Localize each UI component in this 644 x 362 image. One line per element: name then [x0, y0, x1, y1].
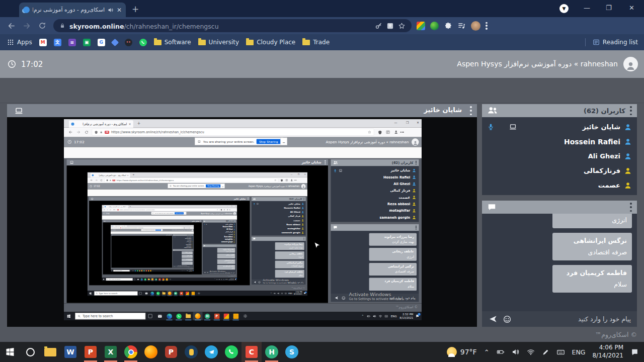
extension-colorgrid-icon[interactable] [417, 22, 425, 30]
bookmark-meet-icon[interactable]: ▣ [83, 39, 91, 46]
stop-sharing-button[interactable]: Stop Sharing [206, 185, 220, 188]
ff-forward-icon[interactable] [76, 130, 80, 134]
new-tab-button[interactable]: + [132, 4, 139, 14]
shared-emoji-icon[interactable] [207, 272, 208, 273]
shared-stage-menu-icon[interactable] [325, 160, 326, 164]
telegram-icon[interactable] [201, 342, 221, 362]
shared-office-icon[interactable] [184, 291, 190, 296]
shared-emoji-icon[interactable] [175, 266, 176, 267]
shared-settings-icon[interactable] [169, 278, 172, 281]
shared-explorer-icon[interactable] [147, 278, 150, 281]
shared-hysys-icon[interactable]: H [154, 278, 158, 281]
shared-explorer-icon[interactable] [184, 312, 193, 320]
bookmark-folder-trade[interactable]: Trade [302, 39, 330, 46]
shared-explorer-icon[interactable] [161, 291, 167, 296]
bookmark-forms-icon[interactable]: ≡ [68, 39, 76, 46]
ff-forward-icon[interactable] [107, 209, 108, 211]
shared-battery-icon[interactable] [216, 279, 218, 280]
shared-orange-app-icon[interactable] [231, 312, 240, 320]
ff-minimize-button[interactable]: — [290, 173, 292, 175]
header-avatar[interactable] [623, 57, 638, 71]
volume-icon[interactable] [512, 348, 520, 356]
shared-start-button[interactable] [111, 270, 113, 272]
chat-input[interactable]: پیام خود را وارد کنید [482, 311, 637, 327]
shared-hysys-icon[interactable]: H [203, 312, 212, 320]
shared-edge-icon[interactable] [149, 291, 155, 296]
language-indicator[interactable]: ENG [572, 348, 586, 356]
ff-extension-badge[interactable]: 2B [113, 179, 116, 181]
shared-taskview-button[interactable] [145, 312, 155, 320]
ff-reload-icon[interactable] [85, 130, 89, 134]
shared-start-button[interactable] [88, 291, 94, 296]
shared-chat-menu-icon[interactable] [193, 250, 193, 251]
weather-widget[interactable]: 97°F [447, 347, 477, 357]
explorer-icon[interactable] [40, 342, 60, 362]
user-row[interactable]: فرناز کمالی [331, 188, 419, 194]
shared-start-button[interactable] [64, 312, 73, 320]
ff-restore-button[interactable]: ❐ [406, 121, 409, 124]
shared-hysys-icon[interactable]: H [173, 291, 179, 296]
ff-tab-close-icon[interactable]: ✕ [127, 174, 129, 176]
shared-firefox-icon[interactable] [167, 291, 173, 296]
shared-notification-icon[interactable]: 2 [193, 270, 194, 272]
shared-settings-icon[interactable] [152, 270, 154, 272]
user-row[interactable]: شایان خائیز [331, 167, 419, 174]
bookmark-google-icon[interactable]: G [98, 39, 105, 46]
shared-battery-icon[interactable] [367, 314, 370, 318]
ff-library-icon[interactable] [386, 130, 390, 134]
user-row[interactable]: Ali Ghezi [252, 210, 306, 214]
ff-lock-icon[interactable] [109, 179, 111, 182]
user-row[interactable]: شایان خائیز [482, 120, 637, 134]
send-icon[interactable] [488, 314, 498, 324]
ff-reload-icon[interactable] [110, 209, 111, 211]
shared-volume2-icon[interactable] [223, 279, 224, 280]
browser-menu-icon[interactable] [486, 22, 488, 30]
shared-notification-icon[interactable]: 2 [303, 292, 306, 295]
shared-powerpoint-icon[interactable]: P [179, 291, 185, 296]
user-row[interactable]: Hossein Rafiei [252, 206, 306, 210]
tab-audio-icon[interactable] [108, 7, 114, 13]
shared-orange-app-icon[interactable] [190, 291, 196, 296]
shared-chat-menu-icon[interactable] [235, 245, 235, 247]
shared-clock[interactable]: 2:52 PM8/13/2021 [399, 313, 413, 319]
shared-search-box[interactable]: Type here to search [94, 291, 137, 295]
shared-notification-icon[interactable]: 2 [416, 314, 420, 318]
sharing-collapse-button[interactable]: ▁ [281, 138, 287, 145]
shared-tray-chevron-icon[interactable]: ⌃ [180, 270, 181, 272]
ff-shield2-icon[interactable] [281, 179, 283, 182]
shared-volume2-icon[interactable] [284, 292, 286, 294]
shared-users-menu-icon[interactable] [416, 161, 417, 165]
shared-mail-icon[interactable] [143, 291, 149, 296]
shared-language[interactable]: ENG [187, 270, 188, 271]
stage-menu-icon[interactable] [470, 106, 472, 115]
ff-address-bar[interactable]: 2B https://www.skyroom.online/ch/rahnesh… [105, 178, 278, 183]
shared-volume-icon[interactable] [373, 314, 376, 318]
ff-new-tab-button[interactable]: + [128, 225, 129, 226]
apps-shortcut[interactable]: Apps [7, 39, 32, 46]
shared-tray-chevron-icon[interactable]: ⌃ [214, 279, 215, 280]
ff-close-button[interactable]: ✕ [417, 121, 419, 124]
shared-chat-menu-icon[interactable] [303, 238, 304, 240]
word-icon[interactable]: W [60, 342, 80, 362]
tab-close-icon[interactable]: ✕ [117, 7, 122, 14]
tray-chevron-icon[interactable]: ⌃ [484, 348, 490, 356]
window-minimize-button[interactable]: — [584, 4, 590, 12]
stop-sharing-button[interactable]: Stop Sharing [155, 229, 161, 230]
ff-shield-icon[interactable] [113, 209, 114, 210]
shared-search-box[interactable]: Type here to search [113, 270, 130, 272]
bookmark-bot-icon[interactable]: •• [125, 39, 132, 46]
shared-emoji-icon[interactable] [342, 296, 346, 300]
ff-back-icon[interactable] [112, 227, 113, 228]
ff-tab-close-icon[interactable]: ✕ [129, 122, 131, 125]
skype-icon[interactable]: S [282, 342, 302, 362]
ff-new-tab-button[interactable]: + [129, 206, 131, 208]
shared-send-icon[interactable] [174, 266, 175, 267]
firefox-icon[interactable] [141, 342, 161, 362]
shared-wifi-icon[interactable] [184, 270, 185, 272]
bookmark-gmail-icon[interactable]: M [39, 39, 47, 46]
user-row[interactable]: samaneh gorgin [331, 214, 419, 221]
shared-header-avatar[interactable] [192, 229, 193, 231]
shared-search-box[interactable]: Type here to search [106, 278, 133, 281]
reload-button-icon[interactable] [38, 22, 46, 30]
shared-chat-menu-icon[interactable] [416, 226, 417, 230]
